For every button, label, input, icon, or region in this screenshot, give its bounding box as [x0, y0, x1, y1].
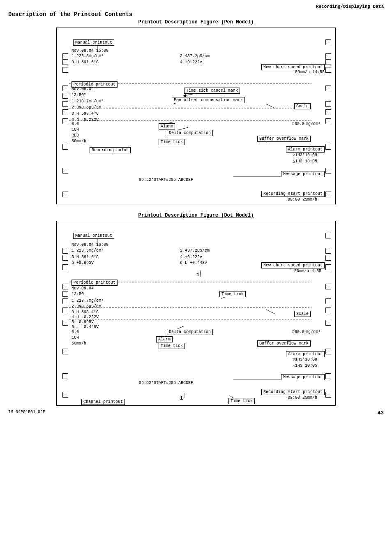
p-val: 500.0 — [292, 122, 304, 126]
fig2-subtitle: Printout Description Figure (Dot Model) — [8, 213, 384, 218]
fig2-checkbox-r7 — [325, 308, 331, 313]
fig2-periodic-date: Nov.09.04 — [71, 286, 94, 291]
fig2-checkbox-r4 — [325, 264, 331, 270]
fig2-alarm-printout-label: Alarm printout — [286, 351, 325, 357]
fig2-delta-label: Delta computation — [167, 329, 213, 335]
fig1-subtitle: Printout Description Figure (Pen Model) — [8, 19, 384, 25]
fig2-line3b: 4 +0.222V — [180, 255, 202, 259]
fig2-time-tick2-label: Time tick — [159, 343, 185, 349]
fig2-new-chart-speed-val: 50mm/h 4:55 — [294, 269, 321, 273]
fig2-checkbox-r6 — [325, 298, 331, 304]
delta-label: Delta computation — [167, 130, 213, 136]
fig2-checkbox-l11 — [62, 392, 68, 398]
checkbox-r5 — [325, 86, 331, 91]
checkbox-l9 — [62, 144, 68, 150]
fig2-checkbox-l10 — [62, 373, 68, 379]
fig2-line2b: 2 437.2µS/cm — [180, 248, 210, 253]
alarm-line2: △1H3 10:05 — [293, 159, 317, 164]
fig2-checkbox-r3 — [325, 255, 331, 261]
scale-label: Scale — [294, 103, 311, 109]
time-tick-cancel-label: Time tick cancel mark — [184, 88, 240, 94]
fig2-checkbox-l6 — [62, 298, 68, 304]
svg-line-27 — [266, 310, 274, 314]
fig2-checkbox-l5 — [62, 291, 68, 297]
time-tick-label: Time tick — [159, 139, 185, 145]
checkbox-l10 — [62, 168, 68, 173]
fig2-container: Manual printout Nov.09.04 16:00 1 — [56, 221, 336, 406]
fig2-p-line6: 6 L -0.448V — [71, 325, 99, 329]
fig2-marker2: 1 — [180, 395, 183, 401]
checkbox-l11 — [62, 192, 68, 197]
checkbox-r1 — [325, 39, 331, 45]
fig2-periodic-time: 13:50 — [71, 292, 84, 296]
fig1-line2a: 1 223.5mg/cm³ — [71, 54, 104, 58]
checkbox-l4 — [62, 86, 68, 91]
fig2-time-tick3-label: Time tick — [228, 398, 255, 404]
checkbox-l7 — [62, 109, 68, 115]
fig2-speed-label: 50mm/h — [71, 341, 86, 346]
periodic-time: 13:50* — [71, 93, 86, 97]
checkbox-r8 — [325, 118, 331, 124]
manual-printout-label: Manual printout — [73, 39, 114, 46]
checkbox-r10 — [325, 168, 331, 173]
fig2-p-line5: 5 -0.995V — [71, 320, 94, 324]
checkbox-l2 — [62, 59, 68, 65]
fig2-checkbox-r8 — [325, 320, 331, 326]
fig2-p-line3: 3 H 598.4°C — [71, 310, 99, 314]
fig2-checkbox-l7 — [62, 308, 68, 313]
fig2-p-val: 500.0 — [292, 330, 304, 334]
fig2-time-tick-label: Time tick — [219, 291, 246, 297]
fig2-manual-printout-label: Manual printout — [73, 233, 114, 239]
fig2-p-line4: 4 d -0.222V — [71, 315, 99, 319]
checkbox-r9 — [325, 144, 331, 150]
message-val: 09:52*START#205 ABCDEF — [139, 178, 193, 182]
doc-id: IM 04P01B01-02E — [8, 410, 45, 416]
checkbox-l5 — [62, 93, 68, 99]
fig2-checkbox-l4 — [62, 284, 68, 289]
fig2-periodic-printout-label: Periodic printout — [71, 280, 118, 286]
fig2-new-chart-speed-label: New chart speed printout — [261, 262, 325, 268]
fig2-checkbox-r1 — [325, 233, 331, 238]
page-header: Recording/Displaying Data — [8, 4, 384, 9]
fig2-checkbox-l1 — [62, 248, 68, 254]
fig2-checkbox-r2 — [325, 248, 331, 254]
recording-start-label: Recording start printout — [261, 191, 325, 197]
fig2-alarm-line1: ▽1H3*10:09 — [293, 357, 317, 362]
fig2-line2a: 1 223.5mg/cm³ — [71, 248, 104, 253]
fig2-p-line2: 2 390.6µS/cm — [71, 304, 101, 309]
fig2-checkbox-l3 — [62, 264, 68, 270]
fig2-checkbox-r9 — [325, 349, 331, 354]
checkbox-r7 — [325, 109, 331, 115]
fig2-channel-printout-label: Channel printout — [81, 399, 125, 405]
bottom-bar: IM 04P01B01-02E 43 — [8, 410, 384, 416]
buffer-label: Buffer overflow mark — [257, 136, 311, 142]
checkbox-l1 — [62, 53, 68, 59]
fig2-checkbox-r10 — [325, 373, 331, 379]
fig2-checkbox-l2 — [62, 255, 68, 261]
checkbox-r3 — [325, 59, 331, 65]
fig2-p-line1: 1 218.7mg/cm³ — [71, 298, 104, 303]
new-chart-speed-val: 50mm/h 14:55 — [295, 70, 325, 74]
fig1-line2b: 2 437.2µS/cm — [180, 54, 210, 58]
alarm-label: Alarm — [159, 123, 175, 130]
recording-start-val: 08:00 25mm/h — [288, 197, 317, 202]
fig2-line4b: 6 L +0.448V — [180, 261, 207, 265]
fig2-message-val: 09:52*START#205 ABCDEF — [139, 381, 193, 385]
svg-line-10 — [266, 104, 274, 108]
fig1-line1: Nov.09.04 15:00 — [71, 49, 108, 53]
fig2-buffer-label: Buffer overflow mark — [257, 340, 311, 347]
fig2-recording-start-label: Recording start printout — [261, 389, 325, 395]
checkbox-r2 — [325, 53, 331, 59]
fig2-message-printout-label: Message printout — [281, 374, 325, 380]
alarm-printout-label: Alarm printout — [286, 146, 325, 153]
fig1-line3b: 4 +0.222V — [180, 60, 202, 65]
p-line2: 2 390.6µS/cm — [71, 105, 101, 110]
fig1-line3a: 3 H 591.6°C — [71, 60, 99, 65]
fig2-checkbox-r11 — [325, 392, 331, 398]
checkbox-r6 — [325, 101, 331, 107]
checkbox-l3 — [62, 67, 68, 73]
ch-label: 1CH — [71, 127, 79, 132]
p-unit: mg/cm³ — [306, 122, 321, 126]
p-zero: 0.0 — [71, 122, 79, 126]
fig2-recording-start-val: 08:00 25mm/h — [288, 395, 317, 400]
